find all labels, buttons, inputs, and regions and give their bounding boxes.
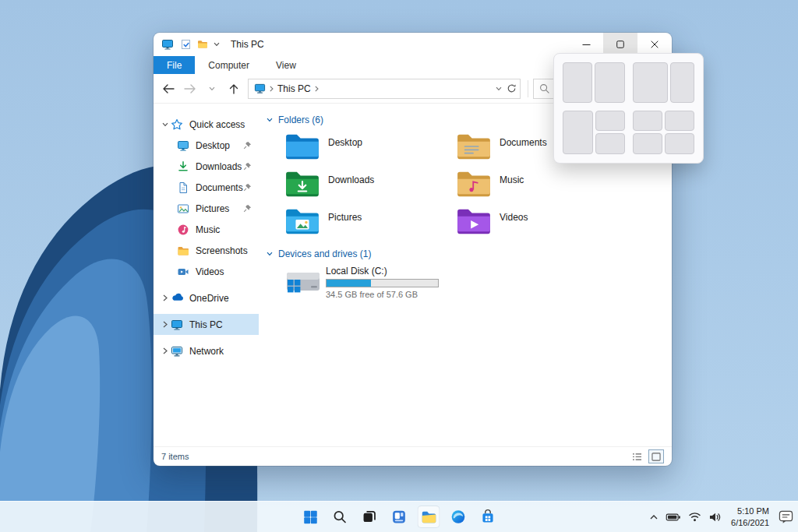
volume-icon[interactable]: [708, 512, 722, 523]
address-dropdown-chevron-icon[interactable]: [496, 86, 502, 91]
folder-item-pictures[interactable]: Pictures: [284, 206, 456, 244]
folder-item-label: Videos: [500, 212, 528, 244]
recent-locations-chevron-icon[interactable]: [202, 79, 222, 99]
folder-item-downloads[interactable]: Downloads: [284, 169, 456, 206]
details-view-icon[interactable]: [629, 449, 644, 463]
folder-icon: [177, 245, 189, 257]
new-folder-icon[interactable]: [197, 39, 208, 50]
taskbar-clock[interactable]: 5:10 PM 6/16/2021: [729, 506, 772, 528]
tab-file[interactable]: File: [154, 56, 195, 74]
pin-icon: [243, 204, 252, 213]
folder-item-desktop[interactable]: Desktop: [284, 132, 456, 169]
clock-date: 6/16/2021: [731, 517, 769, 528]
sidebar-item-label: Pictures: [196, 203, 229, 214]
file-explorer-icon[interactable]: [418, 506, 440, 528]
sidebar-item-pictures[interactable]: Pictures: [154, 198, 259, 219]
folder-item-music[interactable]: Music: [456, 169, 627, 206]
documents-icon: [177, 181, 189, 194]
pin-icon: [243, 183, 252, 192]
section-header-label: Devices and drives (1): [278, 248, 371, 259]
app-icon: [161, 38, 174, 51]
forward-button[interactable]: [180, 79, 200, 99]
snap-zone[interactable]: [563, 62, 592, 103]
sidebar-item-screenshots[interactable]: Screenshots: [154, 240, 259, 261]
breadcrumb-chevron-icon: [270, 86, 274, 92]
sidebar-item-onedrive[interactable]: OneDrive: [154, 287, 259, 308]
chevron-right-icon[interactable]: [159, 347, 171, 354]
edge-icon[interactable]: [447, 506, 470, 528]
sidebar-item-videos[interactable]: Videos: [154, 261, 259, 282]
battery-icon[interactable]: [666, 512, 681, 523]
pictures-icon: [177, 203, 189, 215]
chevron-right-icon[interactable]: [159, 321, 171, 328]
refresh-icon[interactable]: [507, 83, 517, 93]
start-icon[interactable]: [299, 506, 322, 528]
task-view-icon[interactable]: [358, 506, 381, 528]
folder-item-label: Music: [500, 174, 524, 206]
snap-zone[interactable]: [595, 62, 624, 103]
snap-layout-four-quadrants[interactable]: [633, 111, 695, 155]
chevron-right-icon[interactable]: [159, 294, 171, 301]
snap-layout-two-columns[interactable]: [563, 62, 625, 103]
folder-documents-icon: [456, 132, 492, 161]
section-devices[interactable]: Devices and drives (1): [267, 248, 666, 259]
chat-icon[interactable]: [779, 510, 793, 524]
snap-zone[interactable]: [595, 111, 624, 132]
tab-computer[interactable]: Computer: [195, 56, 263, 74]
thumbnails-view-icon[interactable]: [648, 449, 664, 463]
snap-zone[interactable]: [633, 62, 669, 103]
folder-item-videos[interactable]: Videos: [456, 206, 627, 244]
downloads-icon: [177, 160, 189, 173]
properties-icon[interactable]: [181, 39, 192, 50]
sidebar-item-documents[interactable]: Documents: [154, 177, 259, 198]
snap-layout-wide-left[interactable]: [633, 62, 695, 103]
sidebar-item-label: Quick access: [189, 119, 245, 130]
section-collapse-chevron-icon[interactable]: [267, 118, 273, 122]
snap-zone[interactable]: [633, 111, 662, 132]
monitor-icon: [171, 319, 183, 331]
sidebar-item-desktop[interactable]: Desktop: [154, 135, 259, 156]
address-bar[interactable]: This PC: [248, 79, 521, 99]
snap-zone[interactable]: [563, 111, 593, 155]
snap-zone[interactable]: [595, 133, 624, 154]
toolbar-chevron-down-icon[interactable]: [214, 42, 220, 47]
section-collapse-chevron-icon[interactable]: [267, 252, 273, 256]
drive-item-local-disk-c[interactable]: Local Disk (C:) 34.5 GB free of 57.6 GB: [284, 266, 666, 299]
navbar-divider: [528, 80, 528, 97]
sidebar-item-network[interactable]: Network: [154, 340, 259, 361]
folder-item-label: Downloads: [328, 174, 374, 206]
pin-icon: [243, 162, 252, 171]
address-location-icon: [254, 83, 266, 94]
sidebar-item-label: Desktop: [196, 140, 230, 151]
quick-access-toolbar: [181, 39, 220, 50]
sidebar-item-downloads[interactable]: Downloads: [154, 156, 259, 177]
sidebar-item-quick-access[interactable]: Quick access: [154, 114, 259, 135]
onedrive-cloud-icon: [171, 292, 183, 305]
desktop-icon: [177, 139, 189, 152]
drive-name: Local Disk (C:): [326, 266, 439, 277]
chevron-down-icon[interactable]: [159, 122, 171, 127]
hidden-icons-chevron[interactable]: [649, 514, 659, 520]
breadcrumb-this-pc[interactable]: This PC: [277, 83, 311, 94]
snap-zone[interactable]: [633, 133, 662, 154]
tab-view[interactable]: View: [263, 56, 309, 74]
sidebar-item-this-pc[interactable]: This PC: [154, 314, 259, 335]
up-button[interactable]: [224, 79, 244, 99]
back-button[interactable]: [158, 79, 178, 99]
search-icon[interactable]: [329, 506, 351, 528]
navigation-pane: Quick access Desktop Downloads: [154, 104, 259, 446]
sidebar-item-music[interactable]: Music: [154, 219, 259, 240]
sidebar-item-label: This PC: [189, 319, 223, 330]
sidebar-item-label: Documents: [196, 182, 243, 193]
folder-downloads-icon: [284, 169, 320, 199]
status-bar: 7 items: [154, 446, 672, 466]
snap-zone[interactable]: [665, 111, 694, 132]
snap-layout-left-half-right-stack[interactable]: [563, 111, 625, 155]
section-header-label: Folders (6): [278, 115, 323, 125]
wifi-icon[interactable]: [688, 512, 701, 522]
snap-zone[interactable]: [665, 133, 694, 154]
quick-access-star-icon: [171, 118, 183, 131]
widgets-icon[interactable]: [388, 506, 411, 528]
store-icon[interactable]: [477, 506, 500, 528]
snap-zone[interactable]: [670, 62, 694, 103]
